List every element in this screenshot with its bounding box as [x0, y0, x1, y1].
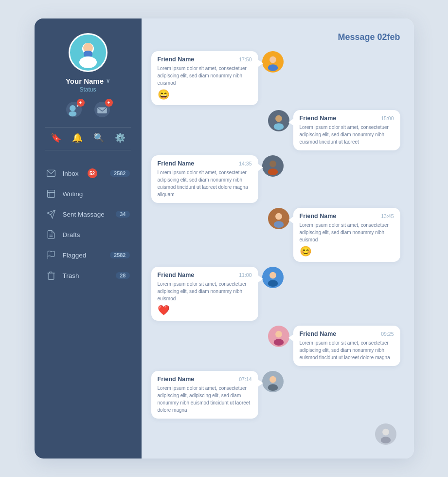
sidebar-item-drafts[interactable]: Drafts: [35, 224, 142, 245]
svg-point-31: [273, 221, 284, 228]
bubble-time-5: 11:00: [239, 272, 251, 278]
avatar-1: [262, 51, 284, 73]
svg-point-2: [79, 56, 97, 68]
inbox-badge-red: 52: [88, 168, 97, 178]
avatar-image: [71, 35, 106, 70]
svg-point-42: [382, 429, 389, 436]
mail-badge: +: [105, 99, 113, 107]
mail-button[interactable]: +: [92, 100, 112, 119]
svg-rect-4: [84, 52, 92, 56]
sidebar-item-sent[interactable]: Sent Massage 34: [35, 204, 142, 224]
bubble-text-1: Lorem ipsum dolor sit amet, consectetuer…: [158, 65, 252, 87]
bubble-emoji-4: 😊: [300, 245, 394, 257]
svg-point-43: [380, 437, 391, 443]
chat-bubble-3[interactable]: Friend Name 14:35 Lorem ipsum dolor sit …: [151, 155, 258, 203]
bubble-name-3: Friend Name: [158, 160, 195, 167]
chat-row-6: Friend Name 09:25 Lorem ipsum dolor sit …: [151, 326, 400, 366]
chat-bubble-7[interactable]: Friend Name 07:14 Lorem ipsum dolor sit …: [151, 371, 258, 419]
sidebar-item-trash[interactable]: Trash 28: [35, 265, 142, 286]
sidebar-item-inbox[interactable]: Inbox 52 2582: [35, 163, 142, 183]
bubble-text-7: Lorem ipsum dolor sit amet, consectetuer…: [158, 385, 252, 414]
chat-row-5: Friend Name 11:00 Lorem ipsum dolor sit …: [151, 267, 400, 321]
svg-point-6: [70, 105, 75, 111]
svg-point-39: [269, 376, 276, 383]
flagged-badge: 2582: [110, 252, 129, 258]
svg-point-36: [275, 331, 282, 338]
sidebar-item-flagged[interactable]: Flagged 2582: [35, 245, 142, 265]
svg-point-22: [268, 64, 278, 71]
bubble-emoji-1: 😄: [158, 89, 252, 100]
chat-row-8: [151, 423, 400, 445]
svg-point-40: [268, 384, 278, 391]
svg-point-37: [273, 339, 284, 346]
user-name: Your Name ∨: [66, 77, 110, 85]
bookmark-icon[interactable]: 🔖: [51, 132, 61, 143]
svg-point-7: [69, 111, 76, 117]
avatar-8: [375, 423, 396, 445]
svg-point-30: [275, 213, 282, 220]
chat-bubble-4[interactable]: Friend Name 13:45 Lorem ipsum dolor sit …: [293, 208, 400, 262]
avatar-6: [268, 326, 289, 347]
bubble-name-2: Friend Name: [300, 115, 337, 122]
chat-row-7: Friend Name 07:14 Lorem ipsum dolor sit …: [151, 371, 400, 419]
bubble-name-7: Friend Name: [158, 376, 195, 383]
bubble-name-1: Friend Name: [158, 56, 195, 63]
main-content: Message 02feb Friend Name 17:50 Lorem ip…: [142, 18, 414, 459]
bubble-time-1: 17:50: [239, 56, 251, 62]
bubble-time-2: 15:00: [381, 115, 394, 121]
search-icon[interactable]: 🔍: [93, 132, 104, 143]
trash-badge: 28: [116, 272, 129, 279]
bubble-time-4: 13:45: [381, 213, 394, 219]
chat-bubble-2[interactable]: Friend Name 15:00 Lorem ipsum dolor sit …: [293, 110, 400, 150]
avatar-5: [262, 267, 284, 288]
sent-label: Sent Massage: [63, 211, 105, 218]
inbox-badge: 2582: [110, 170, 129, 177]
sidebar-actions: + + +: [64, 100, 112, 119]
svg-point-24: [275, 115, 282, 122]
message-title: Message 02feb: [338, 32, 400, 42]
avatar-7: [262, 371, 284, 392]
bubble-emoji-5: ❤️: [158, 304, 252, 316]
bubble-text-2: Lorem ipsum dolor sit amet, consectetuer…: [300, 124, 394, 146]
svg-point-21: [269, 56, 276, 63]
chat-row-2: Friend Name 15:00 Lorem ipsum dolor sit …: [151, 110, 400, 150]
bubble-time-7: 07:14: [239, 376, 251, 382]
svg-rect-12: [47, 190, 54, 198]
bell-icon[interactable]: 🔔: [72, 132, 83, 143]
bubble-name-4: Friend Name: [300, 213, 337, 220]
sidebar-item-writing[interactable]: Writing: [35, 183, 142, 204]
bubble-text-3: Lorem ipsum dolor sit amet, consectetuer…: [158, 169, 252, 198]
chat-timeline: Friend Name 17:50 Lorem ipsum dolor sit …: [151, 51, 400, 445]
add-friend-button[interactable]: + +: [64, 100, 84, 119]
bubble-name-6: Friend Name: [300, 330, 337, 337]
avatar-4: [268, 208, 289, 229]
avatar-3: [262, 155, 284, 177]
gear-icon[interactable]: ⚙️: [115, 132, 125, 143]
inbox-label: Inbox: [63, 170, 79, 177]
bubble-text-4: Lorem ipsum dolor sit amet, consectetuer…: [300, 221, 394, 243]
bubble-time-3: 14:35: [239, 161, 251, 166]
svg-point-28: [268, 168, 278, 175]
drafts-label: Drafts: [63, 231, 80, 238]
sidebar-icon-row: 🔖 🔔 🔍 ⚙️: [45, 127, 131, 150]
add-friend-badge: +: [77, 99, 85, 107]
avatar-2: [268, 110, 289, 131]
sidebar: Your Name ∨ Status + +: [35, 18, 142, 459]
chat-row-1: Friend Name 17:50 Lorem ipsum dolor sit …: [151, 51, 400, 105]
sidebar-nav: Inbox 52 2582 Writing Sent Massage 34 Dr…: [35, 163, 142, 286]
chat-bubble-5[interactable]: Friend Name 11:00 Lorem ipsum dolor sit …: [151, 267, 258, 321]
sent-badge: 34: [116, 211, 129, 218]
avatar[interactable]: [69, 33, 108, 72]
svg-point-27: [269, 161, 276, 167]
sidebar-profile: Your Name ∨ Status + +: [35, 18, 142, 159]
svg-point-34: [268, 280, 278, 287]
chat-bubble-6[interactable]: Friend Name 09:25 Lorem ipsum dolor sit …: [293, 326, 400, 366]
bubble-name-5: Friend Name: [158, 272, 195, 278]
main-header: Message 02feb: [151, 32, 400, 42]
chat-bubble-1[interactable]: Friend Name 17:50 Lorem ipsum dolor sit …: [151, 51, 258, 105]
chat-row-3: Friend Name 14:35 Lorem ipsum dolor sit …: [151, 155, 400, 203]
svg-point-33: [269, 272, 276, 279]
bubble-text-5: Lorem ipsum dolor sit amet, consectetuer…: [158, 280, 252, 302]
user-status: Status: [79, 86, 96, 93]
app-container: Your Name ∨ Status + +: [35, 18, 414, 459]
